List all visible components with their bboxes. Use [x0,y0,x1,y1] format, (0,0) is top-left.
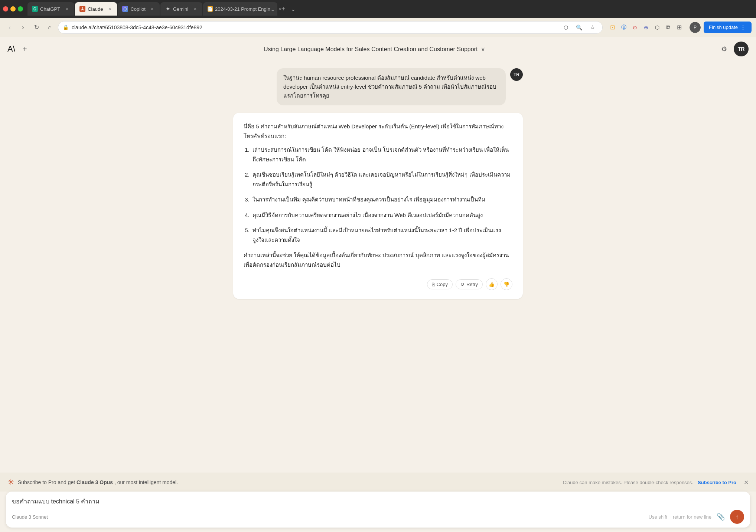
thumbs-down-icon: 👎 [504,282,509,287]
extensions-button[interactable]: ⧉ [664,23,673,32]
copilot-favicon: ⬡ [122,6,128,12]
user-avatar[interactable]: TR [734,42,749,56]
cast-icon[interactable]: ⬡ [561,22,571,33]
copy-icon: ⎘ [432,282,435,287]
retry-button[interactable]: ↺ Retry [456,279,483,289]
forward-button[interactable]: › [18,22,28,33]
ai-message: นี่คือ 5 คำถามสำหรับสัมภาษณ์ตำแหน่ง Web … [233,113,523,299]
app-container: A\ + Using Large Language Models for Sal… [0,37,756,532]
app-logo: A\ + [7,44,30,54]
tab-prompt[interactable]: 📄 2024-03-21 Prompt Engin... ✕ [203,2,277,16]
message-actions: ⎘ Copy ↺ Retry 👍 👎 [244,275,512,290]
extension-icons: ⊡ Ⓑ ⊙ ⊕ ⬡ ⧉ ⊞ [608,23,684,32]
refresh-button[interactable]: ↻ [31,22,42,33]
tab-copilot-label: Copilot [130,6,145,12]
subscribe-left: ✳ Subscribe to Pro and get Claude 3 Opus… [7,477,178,487]
chat-area: ในฐานะ human resource professional ต้องส… [0,61,756,473]
user-message-text: ในฐานะ human resource professional ต้องส… [283,75,496,99]
list-item: ในการทำงานเป็นทีม คุณคิดว่าบทบาทหน้าที่ข… [251,195,512,204]
input-hint-text: Use shift + return for new line [649,514,711,520]
tab-prompt-label: 2024-03-21 Prompt Engin... [215,6,274,12]
settings-icon[interactable]: ⚙ [719,44,729,54]
messages-container: ในฐานะ human resource professional ต้องส… [226,68,530,299]
tab-gemini-label: Gemini [173,6,188,12]
extension-4-icon[interactable]: ⬡ [652,23,662,32]
retry-label: Retry [466,282,478,287]
extension-3-icon[interactable]: ⊕ [641,23,651,32]
input-actions-right: Use shift + return for new line 📎 ↑ [649,510,744,524]
conversation-title: Using Large Language Models for Sales Co… [30,46,719,53]
gemini-favicon: ✦ [165,6,171,12]
finish-update-menu-icon: ⋮ [740,24,746,31]
app-right-icons: ⚙ TR [719,42,749,56]
list-item-2: คุณชื่นชอบเรียนรู้เทคโนโลยีใหม่ๆ ด้วยวิธ… [252,171,511,187]
close-banner-button[interactable]: ✕ [744,479,749,486]
input-bottom-bar: Claude 3 Sonnet Use shift + return for n… [12,510,744,524]
user-bubble: ในฐานะ human resource professional ต้องส… [277,68,506,105]
retry-icon: ↺ [460,282,465,287]
send-button[interactable]: ↑ [730,510,744,524]
claude-favicon: A [79,6,85,12]
ai-intro: นี่คือ 5 คำถามสำหรับสัมภาษณ์ตำแหน่ง Web … [244,122,512,141]
prompt-favicon: 📄 [208,6,213,12]
copy-label: Copy [437,282,448,287]
subscribe-text-part2: , our most intelligent model. [114,479,178,485]
zoom-icon[interactable]: 🔍 [574,22,584,33]
tab-prompt-close[interactable]: ✕ [278,6,281,12]
list-item: คุณมีวิธีจัดการกับความเครียดจากงานอย่างไ… [251,210,512,220]
tab-copilot[interactable]: ⬡ Copilot ✕ [118,2,159,16]
app-topbar: A\ + Using Large Language Models for Sal… [0,37,756,61]
thumbs-down-button[interactable]: 👎 [501,278,512,290]
tab-chatgpt-label: ChatGPT [40,6,60,12]
new-conversation-button[interactable]: + [20,44,30,54]
subscribe-banner: ✳ Subscribe to Pro and get Claude 3 Opus… [0,473,756,492]
minimize-button[interactable] [10,6,16,12]
url-text: claude.ai/chat/65103808-3dc5-4c48-ae3e-6… [72,24,558,30]
browser-profile[interactable]: P [690,22,701,33]
attach-button[interactable]: 📎 [714,510,727,523]
close-button[interactable] [3,6,8,12]
tab-chatgpt[interactable]: G ChatGPT ✕ [27,2,74,16]
browser-chrome: G ChatGPT ✕ A Claude ✕ ⬡ Copilot ✕ ✦ Gem… [0,0,756,18]
tab-claude[interactable]: A Claude ✕ [75,2,117,16]
navigation-bar: ‹ › ↻ ⌂ 🔒 claude.ai/chat/65103808-3dc5-4… [0,18,756,37]
tab-chatgpt-close[interactable]: ✕ [64,6,70,12]
list-item: ทำไมคุณจึงสนใจตำแหน่งงานนี้ และมีเป้าหมา… [251,226,512,244]
star-icon[interactable]: ☆ [587,22,598,33]
copy-button[interactable]: ⎘ Copy [427,279,453,289]
input-text[interactable]: ขอคำถามแบบ technical 5 คำถาม [12,497,744,506]
tab-claude-close[interactable]: ✕ [107,6,113,12]
subscribe-to-pro-link[interactable]: Subscribe to Pro [698,480,736,485]
model-label: Claude 3 Sonnet [12,514,48,520]
chatgpt-favicon: G [32,6,38,12]
address-bar[interactable]: 🔒 claude.ai/chat/65103808-3dc5-4c48-ae3e… [58,21,603,34]
ai-outro: คำถามเหล่านี้จะช่วย ให้คุณได้ข้อมูลเบื้อ… [244,250,512,269]
ai-list: เล่าประสบการณ์ในการเขียน โค้ด ให้ฟังหน่อ… [244,145,512,244]
title-text: Using Large Language Models for Sales Co… [264,46,478,52]
bookmark-icon[interactable]: ⊡ [608,23,617,32]
list-item-3: ในการทำงานเป็นทีม คุณคิดว่าบทบาทหน้าที่ข… [252,196,485,203]
disclaimer-text: Claude can make mistakes. Please double-… [563,480,693,485]
tab-gemini-close[interactable]: ✕ [192,6,198,12]
thumbs-up-button[interactable]: 👍 [486,278,498,290]
tab-gemini[interactable]: ✦ Gemini ✕ [160,2,202,16]
tab-copilot-close[interactable]: ✕ [149,6,155,12]
send-icon: ↑ [736,513,739,521]
sidebar-toggle-icon[interactable]: ⊞ [675,23,684,32]
tab-overflow-button[interactable]: ⌄ [291,6,296,13]
finish-update-button[interactable]: Finish update ⋮ [704,22,752,33]
user-message: ในฐานะ human resource professional ต้องส… [277,68,523,105]
finish-update-label: Finish update [709,24,738,30]
user-message-avatar: TR [510,68,523,81]
extension-2-icon[interactable]: ⊙ [630,23,640,32]
title-dropdown-arrow[interactable]: ∨ [481,46,485,52]
back-button[interactable]: ‹ [4,22,15,33]
list-item: คุณชื่นชอบเรียนรู้เทคโนโลยีใหม่ๆ ด้วยวิธ… [251,170,512,189]
list-item-1: เล่าประสบการณ์ในการเขียน โค้ด ให้ฟังหน่อ… [252,147,509,162]
maximize-button[interactable] [18,6,23,12]
attach-icon: 📎 [717,513,725,521]
subscribe-text-part1: Subscribe to Pro and get [18,479,75,485]
home-button[interactable]: ⌂ [45,22,55,33]
extension-1-icon[interactable]: Ⓑ [619,23,629,32]
tabs-bar: G ChatGPT ✕ A Claude ✕ ⬡ Copilot ✕ ✦ Gem… [27,0,753,18]
